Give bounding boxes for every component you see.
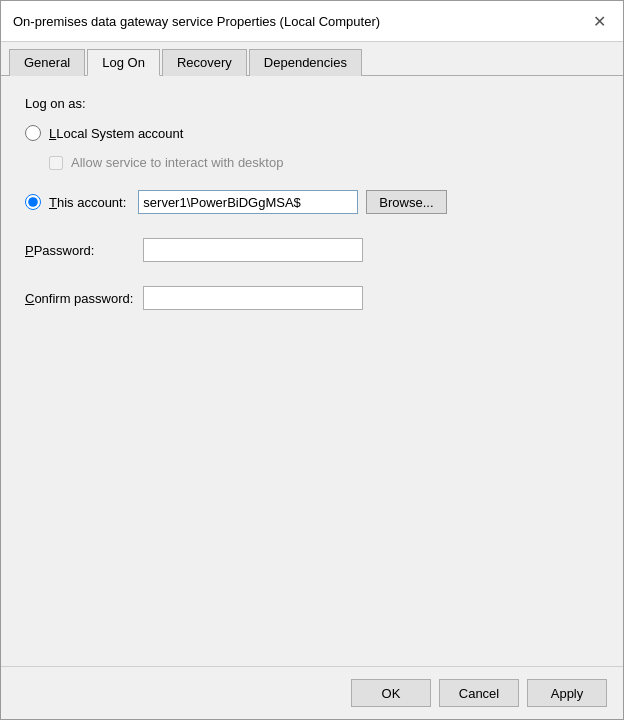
logon-radio-group: LLocal System account Allow service to i… [25,125,599,310]
this-account-option: This account: Browse... [25,190,599,214]
properties-window: On-premises data gateway service Propert… [0,0,624,720]
tab-bar: General Log On Recovery Dependencies [1,42,623,76]
close-button[interactable]: ✕ [587,9,611,33]
tab-content: Log on as: LLocal System account Allow s… [1,76,623,666]
local-system-option: LLocal System account [25,125,599,141]
ok-button[interactable]: OK [351,679,431,707]
apply-button[interactable]: Apply [527,679,607,707]
title-bar: On-premises data gateway service Propert… [1,1,623,42]
local-system-radio[interactable] [25,125,41,141]
this-account-label[interactable]: This account: [49,195,126,210]
allow-desktop-block: Allow service to interact with desktop [49,155,599,170]
allow-desktop-label: Allow service to interact with desktop [71,155,283,170]
tab-recovery[interactable]: Recovery [162,49,247,76]
footer: OK Cancel Apply [1,666,623,719]
logon-section-label: Log on as: [25,96,599,111]
close-icon: ✕ [593,12,606,31]
allow-desktop-checkbox[interactable] [49,156,63,170]
local-system-label[interactable]: LLocal System account [49,126,183,141]
tab-logon[interactable]: Log On [87,49,160,76]
password-input[interactable] [143,238,363,262]
confirm-password-input[interactable] [143,286,363,310]
confirm-password-label: Confirm password: [25,291,135,306]
browse-button[interactable]: Browse... [366,190,446,214]
account-input[interactable] [138,190,358,214]
password-label: PPassword: [25,243,135,258]
password-row: PPassword: [25,238,599,262]
this-account-radio[interactable] [25,194,41,210]
confirm-password-row: Confirm password: [25,286,599,310]
tab-general[interactable]: General [9,49,85,76]
cancel-button[interactable]: Cancel [439,679,519,707]
tab-dependencies[interactable]: Dependencies [249,49,362,76]
window-title: On-premises data gateway service Propert… [13,14,380,29]
